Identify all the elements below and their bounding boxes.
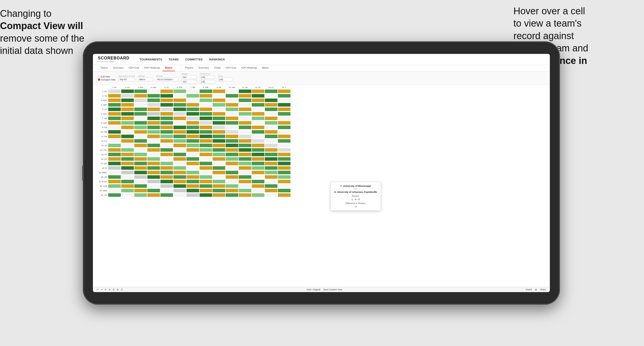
matrix-cell[interactable] <box>160 157 173 161</box>
matrix-cell[interactable] <box>212 193 225 197</box>
matrix-cell[interactable] <box>252 139 265 143</box>
matrix-cell[interactable] <box>199 112 212 116</box>
matrix-cell[interactable] <box>239 98 252 102</box>
matrix-cell[interactable] <box>212 152 225 156</box>
matrix-cell[interactable] <box>147 107 160 111</box>
matrix-cell[interactable] <box>121 125 134 129</box>
matrix-cell[interactable] <box>252 103 265 107</box>
matrix-cell[interactable] <box>252 125 265 129</box>
matrix-cell[interactable] <box>134 166 147 170</box>
nav-tournaments[interactable]: TOURNAMENTS <box>140 57 162 62</box>
matrix-cell[interactable] <box>121 143 134 147</box>
matrix-cell[interactable] <box>108 139 121 143</box>
matrix-cell[interactable] <box>186 134 199 138</box>
tab-teams[interactable]: Teams <box>98 65 110 71</box>
matrix-cell[interactable] <box>108 125 121 129</box>
matrix-cell[interactable] <box>265 89 278 93</box>
matrix-cell[interactable] <box>108 89 121 93</box>
matrix-cell[interactable] <box>212 130 225 134</box>
matrix-cell[interactable] <box>252 170 265 175</box>
matrix-cell[interactable] <box>121 139 134 143</box>
matrix-cell[interactable] <box>108 180 121 184</box>
matrix-cell[interactable] <box>212 89 225 93</box>
matrix-cell[interactable] <box>199 184 212 188</box>
matrix-cell[interactable] <box>147 103 160 107</box>
matrix-cell[interactable] <box>225 121 239 125</box>
matrix-cell[interactable] <box>173 98 186 102</box>
matrix-cell[interactable] <box>147 161 160 165</box>
matrix-cell[interactable] <box>186 143 199 147</box>
matrix-cell[interactable] <box>239 161 252 165</box>
matrix-cell[interactable] <box>134 161 147 165</box>
matrix-cell[interactable] <box>278 125 291 129</box>
matrix-cell[interactable] <box>278 89 291 93</box>
matrix-cell[interactable] <box>252 89 265 93</box>
matrix-cell[interactable] <box>265 193 278 197</box>
matrix-cell[interactable] <box>160 166 173 170</box>
matrix-cell[interactable] <box>134 175 147 179</box>
matrix-cell[interactable] <box>160 184 173 188</box>
matrix-cell[interactable] <box>225 112 239 116</box>
matrix-cell[interactable] <box>173 94 186 98</box>
matrix-cell[interactable] <box>239 175 252 179</box>
watch-button[interactable]: Watch <box>526 288 532 291</box>
matrix-cell[interactable] <box>160 180 173 184</box>
matrix-cell[interactable] <box>121 180 134 184</box>
matrix-cell[interactable] <box>121 161 134 165</box>
matrix-cell[interactable] <box>252 152 265 156</box>
matrix-cell[interactable] <box>160 103 173 107</box>
matrix-cell[interactable] <box>147 148 160 152</box>
matrix-cell[interactable] <box>239 112 252 116</box>
matrix-cell[interactable] <box>278 161 291 165</box>
matrix-cell[interactable] <box>225 143 239 147</box>
view-original-button[interactable]: View: Original <box>306 288 320 291</box>
matrix-cell[interactable] <box>239 148 252 152</box>
matrix-cell[interactable] <box>108 121 121 125</box>
matrix-cell[interactable] <box>186 125 199 129</box>
matrix-cell[interactable] <box>173 112 186 116</box>
matrix-cell[interactable] <box>134 112 147 116</box>
matrix-cell[interactable] <box>173 89 186 93</box>
matrix-cell[interactable] <box>134 103 147 107</box>
matrix-cell[interactable] <box>108 98 121 102</box>
matrix-cell[interactable] <box>108 143 121 147</box>
matrix-cell[interactable] <box>173 166 186 170</box>
matrix-cell[interactable] <box>225 170 239 175</box>
matrix-cell[interactable] <box>212 148 225 152</box>
matrix-cell[interactable] <box>199 161 212 165</box>
matrix-cell[interactable] <box>278 152 291 156</box>
matrix-cell[interactable] <box>252 157 265 161</box>
matrix-cell[interactable] <box>108 103 121 107</box>
matrix-cell[interactable] <box>212 170 225 175</box>
matrix-cell[interactable] <box>252 134 265 138</box>
matrix-cell[interactable] <box>199 193 212 197</box>
matrix-cell[interactable] <box>147 130 160 134</box>
matrix-cell[interactable] <box>212 175 225 179</box>
tab-matrix[interactable]: Matrix <box>162 65 175 71</box>
matrix-cell[interactable] <box>121 170 134 175</box>
matrix-cell[interactable] <box>212 139 225 143</box>
matrix-cell[interactable] <box>121 166 134 170</box>
matrix-cell[interactable] <box>134 152 147 156</box>
matrix-cell[interactable] <box>199 125 212 129</box>
tab-detail[interactable]: Detail <box>212 65 223 71</box>
matrix-cell[interactable] <box>252 143 265 147</box>
matrix-cell[interactable] <box>199 189 212 193</box>
tab-players-h2h-grid[interactable]: H2H Grid <box>223 65 239 71</box>
matrix-cell[interactable] <box>121 107 134 111</box>
matrix-cell[interactable] <box>239 143 252 147</box>
matrix-cell[interactable] <box>121 98 134 102</box>
matrix-cell[interactable] <box>134 94 147 98</box>
matrix-cell[interactable] <box>265 157 278 161</box>
matrix-cell[interactable] <box>225 94 239 98</box>
matrix-cell[interactable] <box>239 116 252 120</box>
matrix-cell[interactable] <box>108 152 121 156</box>
matrix-cell[interactable] <box>252 180 265 184</box>
matrix-cell[interactable] <box>278 121 291 125</box>
matrix-cell[interactable] <box>265 125 278 129</box>
matrix-cell[interactable] <box>252 94 265 98</box>
matrix-cell[interactable] <box>108 94 121 98</box>
matrix-cell[interactable] <box>186 175 199 179</box>
matrix-cell[interactable] <box>199 130 212 134</box>
matrix-cell[interactable] <box>265 134 278 138</box>
